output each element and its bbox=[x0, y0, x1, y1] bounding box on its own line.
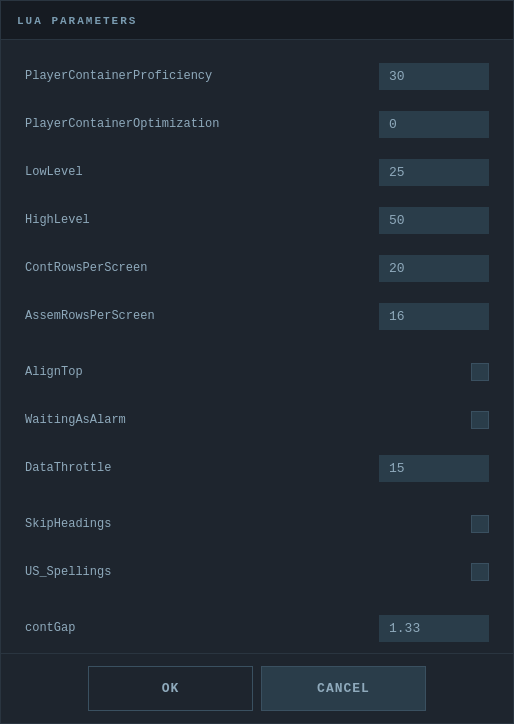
param-checkbox-wrapper-WaitingAsAlarm bbox=[471, 411, 489, 429]
param-input-PlayerContainerOptimization[interactable] bbox=[379, 111, 489, 138]
param-label-PlayerContainerProficiency: PlayerContainerProficiency bbox=[25, 69, 379, 83]
param-label-SkipHeadings: SkipHeadings bbox=[25, 517, 471, 531]
param-label-contGap: contGap bbox=[25, 621, 379, 635]
param-label-AssemRowsPerScreen: AssemRowsPerScreen bbox=[25, 309, 379, 323]
param-checkbox-AlignTop[interactable] bbox=[471, 363, 489, 381]
param-row: PlayerContainerProficiency bbox=[25, 56, 489, 96]
param-row: AlignTop bbox=[25, 352, 489, 392]
param-row: DataThrottle bbox=[25, 448, 489, 488]
lua-parameters-window: LUA PARAMETERS PlayerContainerProficienc… bbox=[0, 0, 514, 724]
params-content: PlayerContainerProficiencyPlayerContaine… bbox=[1, 40, 513, 653]
param-row: contGap bbox=[25, 608, 489, 648]
param-checkbox-US_Spellings[interactable] bbox=[471, 563, 489, 581]
param-row: US_Spellings bbox=[25, 552, 489, 592]
param-label-HighLevel: HighLevel bbox=[25, 213, 379, 227]
cancel-button[interactable]: CANCEL bbox=[261, 666, 426, 711]
param-row: WaitingAsAlarm bbox=[25, 400, 489, 440]
window-title: LUA PARAMETERS bbox=[17, 15, 137, 27]
param-label-ContRowsPerScreen: ContRowsPerScreen bbox=[25, 261, 379, 275]
param-label-AlignTop: AlignTop bbox=[25, 365, 471, 379]
param-label-US_Spellings: US_Spellings bbox=[25, 565, 471, 579]
param-input-DataThrottle[interactable] bbox=[379, 455, 489, 482]
param-row: HighLevel bbox=[25, 200, 489, 240]
param-row: LowLevel bbox=[25, 152, 489, 192]
param-input-LowLevel[interactable] bbox=[379, 159, 489, 186]
param-input-AssemRowsPerScreen[interactable] bbox=[379, 303, 489, 330]
param-input-HighLevel[interactable] bbox=[379, 207, 489, 234]
param-row: SkipHeadings bbox=[25, 504, 489, 544]
param-input-ContRowsPerScreen[interactable] bbox=[379, 255, 489, 282]
param-checkbox-wrapper-US_Spellings bbox=[471, 563, 489, 581]
title-bar: LUA PARAMETERS bbox=[1, 1, 513, 40]
param-checkbox-WaitingAsAlarm[interactable] bbox=[471, 411, 489, 429]
param-row: ContRowsPerScreen bbox=[25, 248, 489, 288]
param-label-LowLevel: LowLevel bbox=[25, 165, 379, 179]
param-checkbox-SkipHeadings[interactable] bbox=[471, 515, 489, 533]
param-row: AssemRowsPerScreen bbox=[25, 296, 489, 336]
param-label-PlayerContainerOptimization: PlayerContainerOptimization bbox=[25, 117, 379, 131]
param-label-DataThrottle: DataThrottle bbox=[25, 461, 379, 475]
param-input-contGap[interactable] bbox=[379, 615, 489, 642]
ok-button[interactable]: OK bbox=[88, 666, 253, 711]
param-input-PlayerContainerProficiency[interactable] bbox=[379, 63, 489, 90]
param-label-WaitingAsAlarm: WaitingAsAlarm bbox=[25, 413, 471, 427]
footer: OK CANCEL bbox=[1, 653, 513, 723]
param-row: PlayerContainerOptimization bbox=[25, 104, 489, 144]
param-checkbox-wrapper-SkipHeadings bbox=[471, 515, 489, 533]
param-checkbox-wrapper-AlignTop bbox=[471, 363, 489, 381]
